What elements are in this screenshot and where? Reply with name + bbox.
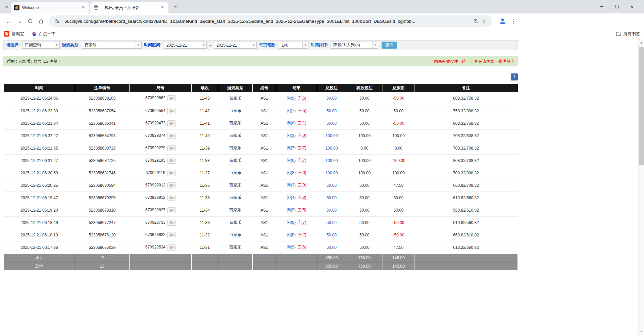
page-scrollbar[interactable]: ▲ ▼ <box>638 39 644 335</box>
bet-records-table: 时间 注单编号 局号 场次 游戏类别 桌号 结果 总投注 有效投注 总派彩 备注… <box>3 84 518 271</box>
player-result: 闲(6) <box>287 158 296 163</box>
valid-bet-cell: 100.00 <box>346 167 383 179</box>
home-button[interactable] <box>36 16 46 26</box>
scroll-down-arrow[interactable]: ▼ <box>639 329 644 334</box>
total-bet-cell[interactable]: 50.00 <box>317 241 346 254</box>
page-size-select[interactable]: 100 ▼ <box>279 42 308 49</box>
column-header-bet-id: 注单编号 <box>75 84 130 92</box>
session-cell: 11-37 <box>192 167 218 179</box>
zoom-icon[interactable] <box>472 17 480 25</box>
site-info-icon[interactable] <box>53 17 61 25</box>
session-cell: 11-39 <box>192 142 218 154</box>
total-bet-cell[interactable]: 50.00 <box>317 117 346 129</box>
maximize-button[interactable] <box>609 0 624 13</box>
total-bet-cell[interactable]: 100.00 <box>317 142 346 154</box>
bet-record-row: 2025-12-21 06:24:06 523058688105 6709296… <box>4 92 518 105</box>
game-type-cell: 百家乐 <box>218 142 253 154</box>
total-bet-cell[interactable]: 100.00 <box>317 167 346 179</box>
tab-welcome[interactable]: Welcome × <box>11 2 89 13</box>
home-icon <box>38 18 44 24</box>
time-cell: 2025-12-21 06:20:59 <box>4 167 75 179</box>
total-bet-cell[interactable]: 50.00 <box>317 216 346 229</box>
total-bet-cell[interactable]: 50.00 <box>317 92 346 105</box>
scroll-up-arrow[interactable]: ▲ <box>639 40 644 46</box>
player-result: 闲(7) <box>287 146 296 150</box>
total-bet-cell[interactable]: 50.00 <box>317 179 346 191</box>
banker-result: 庄(7) <box>297 146 306 150</box>
video-replay-icon[interactable] <box>167 220 176 226</box>
video-replay-icon[interactable] <box>167 95 176 101</box>
pagination: 1 <box>3 73 518 80</box>
tab-betrecord[interactable]: :::视讯, 会员下注纪录::: × <box>90 2 168 13</box>
total-bet-cell[interactable]: 50.00 <box>317 204 346 216</box>
total-bet-cell[interactable]: 100.00 <box>317 129 346 142</box>
menu-kebab-icon[interactable]: ⋮ <box>509 18 517 24</box>
reload-button[interactable] <box>25 16 36 26</box>
search-button[interactable]: 查询 <box>382 42 397 49</box>
bet-id-cell: 523058678310 <box>75 204 130 216</box>
all-bookmarks-button[interactable]: 所有书签 <box>611 31 640 37</box>
total-bet-cell[interactable]: 100.00 <box>317 154 346 167</box>
video-replay-icon[interactable] <box>167 133 176 139</box>
page-content: 请选择: 日期查询 ▼ 游戏类别: 百家乐 ▼ 时间区间: 2025-12-21… <box>3 40 518 271</box>
bookmark-label: 爱淘宝 <box>11 31 24 37</box>
game-type-cell: 百家乐 <box>218 204 253 216</box>
bookmark-baidu[interactable]: 百度一下 <box>32 31 56 37</box>
date-start-select[interactable]: 2025-12-21 ▼ <box>164 42 207 49</box>
total-bet-cell[interactable]: 50.00 <box>317 105 346 117</box>
bet-record-row: 2025-12-21 06:18:13 523058676120 6709286… <box>4 229 518 241</box>
forward-button[interactable]: → <box>14 16 25 26</box>
video-replay-icon[interactable] <box>167 145 176 151</box>
video-replay-icon[interactable] <box>167 170 176 176</box>
video-replay-icon[interactable] <box>167 244 176 250</box>
video-replay-icon[interactable] <box>167 182 176 188</box>
table-no-cell: AS1 <box>253 216 276 229</box>
video-replay-icon[interactable] <box>167 232 176 238</box>
minimize-button[interactable] <box>594 0 609 13</box>
player-result: 闲(9) <box>287 245 296 249</box>
chevron-down-icon: ▼ <box>251 42 256 48</box>
sort-select[interactable]: 降幂(由大到小) ▼ <box>331 42 378 49</box>
game-type-cell: 百家乐 <box>218 216 253 229</box>
forward-arrow-icon: → <box>16 18 22 25</box>
result-cell: 闲(3)庄(9) <box>276 179 317 191</box>
chevron-down-icon: ▼ <box>302 42 308 48</box>
bookmark-taobao[interactable]: 淘 爱淘宝 <box>4 31 24 37</box>
total-bet-cell[interactable]: 50.00 <box>317 229 346 241</box>
url-bar[interactable]: 66cxkj98.com/game/betrecord_search/kind3… <box>49 15 492 27</box>
game-type-cell: 百家乐 <box>218 92 253 105</box>
video-replay-icon[interactable] <box>167 158 176 164</box>
tab-search-chevron-button[interactable] <box>3 2 10 12</box>
scrollbar-thumb[interactable] <box>639 47 644 165</box>
bet-record-row: 2025-12-21 06:22:27 523058684798 6709293… <box>4 129 518 142</box>
total-bet-cell[interactable]: 50.00 <box>317 191 346 204</box>
video-replay-icon[interactable] <box>167 207 176 213</box>
subtotal-label: 小计 <box>4 254 75 262</box>
game-type-cell: 百家乐 <box>218 117 253 129</box>
table-no-cell: AS1 <box>253 204 276 216</box>
video-replay-icon[interactable] <box>167 195 176 201</box>
session-cell: 11-42 <box>192 105 218 117</box>
subtotal-valid-bet: 750.00 <box>346 254 383 262</box>
bookmark-star-icon[interactable]: ☆ <box>480 17 488 25</box>
video-replay-icon[interactable] <box>167 120 176 126</box>
query-type-select[interactable]: 日期查询 ▼ <box>22 42 60 49</box>
round-id-text: 670929374 <box>145 133 165 138</box>
date-end-select[interactable]: 2025-12-21 ▼ <box>214 42 257 49</box>
page-1-button[interactable]: 1 <box>511 73 518 80</box>
game-type-select[interactable]: 百家乐 ▼ <box>82 42 142 49</box>
url-text[interactable]: 66cxkj98.com/game/betrecord_search/kind3… <box>64 19 472 24</box>
tab-close-icon[interactable]: × <box>160 5 165 10</box>
profile-avatar[interactable] <box>498 16 507 26</box>
round-id-text: 670928534 <box>145 245 165 249</box>
close-button[interactable]: × <box>624 0 639 13</box>
tab-close-icon[interactable]: × <box>81 5 86 10</box>
new-tab-button[interactable]: + <box>171 2 181 11</box>
back-button[interactable]: ← <box>3 16 14 26</box>
video-replay-icon[interactable] <box>167 108 176 114</box>
banker-result: 庄(6) <box>297 245 306 249</box>
records-body: 2025-12-21 06:24:06 523058688105 6709296… <box>4 92 518 254</box>
time-cell: 2025-12-21 06:23:04 <box>4 117 75 129</box>
bookmark-label: 百度一下 <box>39 31 56 37</box>
round-id-text: 670929012 <box>145 183 165 187</box>
